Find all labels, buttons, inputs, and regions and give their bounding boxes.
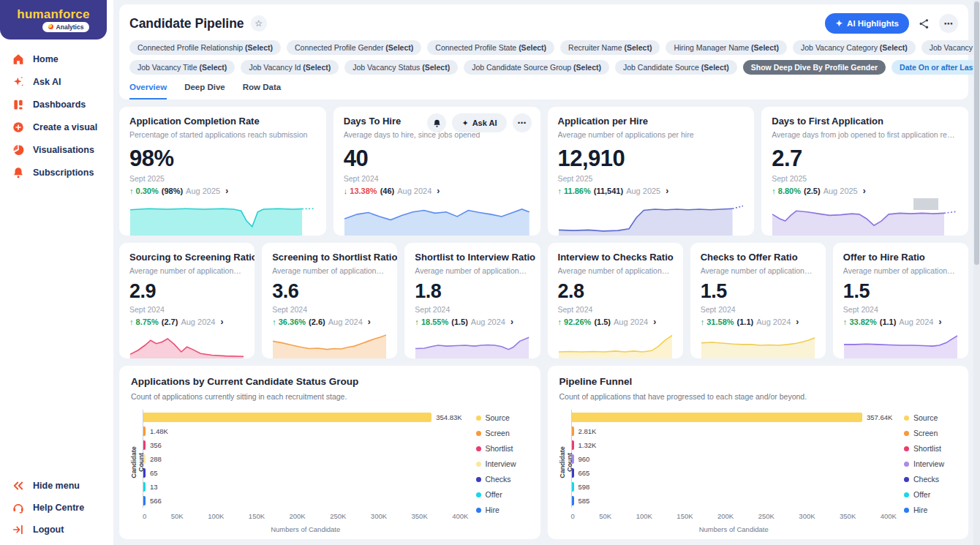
filter-chip[interactable]: Hiring Manager Name (Select) [666,40,787,55]
kpi-delta: ↑ 31.58% (1.1)Aug 2024 › [701,317,815,327]
tab-overview[interactable]: Overview [129,83,167,99]
kpi-card-shortlist-to-interview: Shortlist to Interview Ratio Average num… [404,243,540,358]
kpi-value: 2.8 [558,280,673,303]
ai-highlights-button[interactable]: ✦ AI Highlights [825,13,909,34]
chart-subtitle: Count of applications that have progress… [559,392,957,401]
sparkline-area-chart [559,202,744,236]
brand-name: humanforce [17,8,89,21]
sidebar-item-home[interactable]: Home [12,53,113,66]
favourite-star-icon[interactable]: ☆ [251,15,267,31]
filter-chip[interactable]: Connected Profile Relationship (Select) [129,40,281,55]
legend-item-source[interactable]: Source [476,413,529,422]
filter-chip[interactable]: Job Vacancy Title (Select) [129,60,235,75]
legend-item-source[interactable]: Source [904,413,957,422]
kpi-delta: ↓ 13.38% (46)Aug 2024 › [344,186,530,196]
sidebar-item-ask-ai[interactable]: Ask AI [12,75,113,89]
filter-chip[interactable]: Job Candidate Source Group (Select) [464,60,609,75]
share-icon[interactable] [918,18,930,30]
legend-item-shortlist[interactable]: Shortlist [476,444,529,453]
sparkline-area-chart [130,332,244,358]
chevron-right-icon[interactable]: › [510,317,513,327]
legend-dot [904,431,909,436]
filter-chip[interactable]: Recruiter Name (Select) [560,40,660,55]
sparkle-icon: ✦ [461,119,468,128]
sidebar: humanforce Analytics Home Ask AI Dashboa… [0,0,113,545]
legend-item-offer[interactable]: Offer [904,490,957,499]
x-tick: 50K [171,512,184,520]
logout-button[interactable]: Logout [12,523,84,536]
filter-chip[interactable]: Job Vacancy Category (Select) [793,40,916,55]
legend-dot [904,462,909,467]
chevron-right-icon[interactable]: › [368,317,371,327]
brand-analytics-badge: Analytics [42,22,90,32]
kpi-value: 1.5 [843,280,958,303]
sidebar-item-create-visual[interactable]: Create a visual [12,121,113,134]
kpi-delta: ↑ 33.82% (1.1)Aug 2024 › [843,317,958,327]
more-options-button[interactable]: ⋯ [939,14,958,33]
chevron-right-icon[interactable]: › [938,317,941,327]
sparkline-area-chart [772,202,957,236]
bar-row-offer: 598 [572,480,897,494]
bar-value-label: 65 [150,469,158,477]
page-header: Candidate Pipeline ☆ ✦ AI Highlights ⋯ C… [119,4,968,99]
ask-ai-button[interactable]: ✦Ask AI [452,113,506,132]
legend-item-checks[interactable]: Checks [904,475,957,484]
tab-row-data[interactable]: Row Data [243,83,281,99]
chart-title: Pipeline Funnel [559,376,957,387]
kpi-card-screening-to-shortlist: Screening to Shortlist Ratio Average num… [262,243,397,358]
legend-item-offer[interactable]: Offer [476,490,529,499]
legend-item-interview[interactable]: Interview [904,459,957,468]
filter-chip[interactable]: Job Vacancy State (Select) [921,40,980,55]
chevron-right-icon[interactable]: › [863,186,866,196]
legend-dot [476,477,481,482]
legend-item-shortlist[interactable]: Shortlist [904,444,957,453]
bell-icon [12,166,25,179]
legend-item-screen[interactable]: Screen [904,429,957,437]
legend-dot [904,508,909,513]
scrollbar-thumb[interactable] [974,1,979,265]
kpi-value: 40 [344,146,530,172]
chevron-right-icon[interactable]: › [221,317,224,327]
sidebar-item-visualisations[interactable]: Visualisations [12,143,113,157]
sidebar-footer: Hide menu Help Centre Logout [12,479,84,536]
chevron-right-icon[interactable]: › [225,186,228,196]
tab-deep-dive[interactable]: Deep Dive [184,83,225,99]
sidebar-item-dashboards[interactable]: Dashboards [12,98,113,111]
bar-value-label: 2.81K [578,427,597,435]
legend-item-interview[interactable]: Interview [476,459,529,468]
chevron-right-icon[interactable]: › [796,317,799,327]
deep-dive-gender-toggle-chip[interactable]: Show Deep Dive By Profile Gender [743,60,886,75]
hide-menu-button[interactable]: Hide menu [12,479,84,492]
sparkline-area-chart [344,202,529,236]
header-actions: ✦ AI Highlights ⋯ [825,13,958,34]
filter-chip[interactable]: Connected Profile State (Select) [427,40,554,55]
bar-row-interview: 960 [572,452,897,466]
filter-chip[interactable]: Job Vacancy Id (Select) [241,60,339,75]
kpi-card-checks-to-offer: Checks to Offer Ratio Average number of … [690,243,826,358]
help-centre-button[interactable]: Help Centre [12,501,84,514]
date-filter-chip[interactable]: Date On or after Last 24 Months [892,60,980,75]
card-more-button[interactable]: ⋯ [513,113,532,132]
legend-item-hire[interactable]: Hire [476,505,529,514]
chevron-right-icon[interactable]: › [437,186,440,196]
alert-bell-icon[interactable] [427,113,446,132]
x-tick: 400K [881,512,897,520]
filter-chip[interactable]: Job Vacancy Status (Select) [344,60,458,75]
x-tick: 100K [636,512,652,520]
chevron-right-icon[interactable]: › [666,186,668,196]
page-title: Candidate Pipeline [129,16,244,31]
charts-row: Applications by Current Candidate Status… [119,366,968,539]
legend-item-screen[interactable]: Screen [476,429,529,437]
kpi-delta: ↑ 36.36% (2.6)Aug 2024 › [272,317,387,327]
x-tick: 350K [840,512,856,520]
app-root: humanforce Analytics Home Ask AI Dashboa… [0,0,980,545]
scrollbar-track[interactable] [973,0,980,545]
bar-row-shortlist: 356 [143,438,469,452]
sidebar-item-subscriptions[interactable]: Subscriptions [12,166,113,179]
filter-chip[interactable]: Connected Profile Gender (Select) [287,40,421,55]
legend-item-checks[interactable]: Checks [476,475,529,484]
chevron-right-icon[interactable]: › [653,317,656,327]
legend-item-hire[interactable]: Hire [904,505,957,514]
bar-value-label: 1.32K [578,441,597,449]
filter-chip[interactable]: Job Candidate Source (Select) [615,60,737,75]
